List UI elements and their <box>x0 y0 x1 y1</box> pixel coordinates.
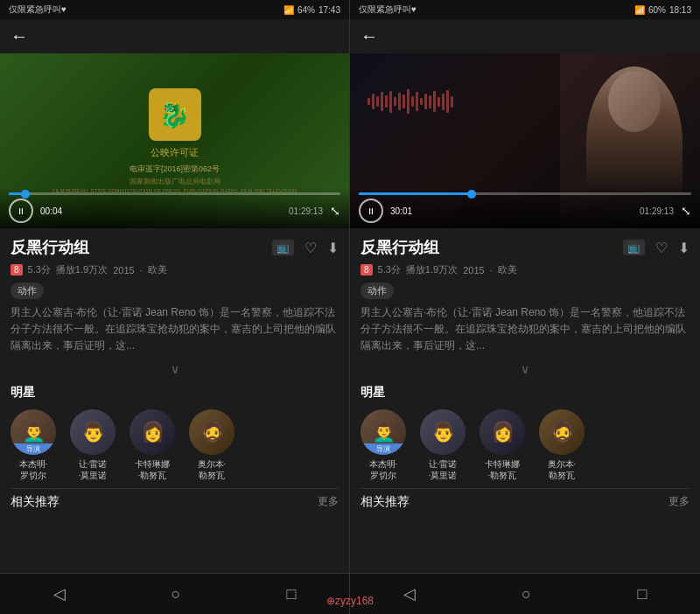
star-name-1: 本杰明·罗切尔 <box>19 458 48 481</box>
home-nav-1[interactable]: ○ <box>154 582 199 607</box>
rating-badge-1: 8 <box>10 264 23 276</box>
wifi-icon-1: 📶 <box>284 5 294 15</box>
back-button-2[interactable]: ← <box>360 26 378 46</box>
star-avatar-4: 🧔 <box>189 409 234 455</box>
cert-number: 电审遥字[2016]密第062号 <box>130 164 220 175</box>
description-2: 男主人公塞吉·布伦（让·雷诺 Jean Reno 饰）是一名警察，他追踪不法分子… <box>360 304 690 355</box>
star-avatar-p2-2: 👨 <box>420 409 466 455</box>
back-nav-2[interactable]: ◁ <box>386 581 433 607</box>
phone-2: 仅限紧急呼叫♥ 📶 60% 18:13 ← <box>350 0 700 614</box>
top-nav-2: ← <box>350 19 700 53</box>
star-item-4[interactable]: 🧔 奥尔本·勒努瓦 <box>189 409 234 481</box>
video-area-2[interactable]: ⏸ 30:01 01:29:13 ⤡ <box>350 53 700 228</box>
heart-button-2[interactable]: ♡ <box>655 240 668 256</box>
star-name-p2-2: 让·雷诺·莫里诺 <box>429 458 458 481</box>
separator-1: · <box>140 265 143 276</box>
meta-row-1: 8 5.3分 播放1.9万次 2015 · 欧美 <box>10 263 339 276</box>
cert-title: 公映许可证 <box>150 146 199 159</box>
recent-nav-1[interactable]: □ <box>270 582 314 607</box>
fullscreen-button-1[interactable]: ⤡ <box>330 204 340 218</box>
meta-row-2: 8 5.3分 播放1.9万次 2015 · 欧美 <box>360 263 690 276</box>
star-item-p2-4[interactable]: 🧔 奥尔本·勒努瓦 <box>539 409 584 481</box>
top-nav-1: ← <box>0 19 349 53</box>
rating-score-1: 5.3分 <box>28 263 51 276</box>
controls-row-2: ⏸ 30:01 01:29:13 ⤡ <box>359 199 691 223</box>
progress-bar-1[interactable] <box>9 192 340 195</box>
star-img-p2-2: 👨 <box>420 409 466 455</box>
region-1: 欧美 <box>148 263 167 276</box>
star-avatar-2: 👨 <box>70 409 116 455</box>
content-area-1: 反黑行动组 📺 ♡ ⬇ 8 5.3分 播放1.9万次 2015 · 欧美 动作 … <box>0 228 349 573</box>
phone-1: 仅限紧急呼叫♥ 📶 64% 17:43 ← 🐉 公映许可证 电审遥字[2016]… <box>0 0 350 614</box>
star-item-p2-3[interactable]: 👩 卡特琳娜·勒努瓦 <box>480 409 525 481</box>
time-total-2: 01:29:13 <box>640 206 674 216</box>
title-row-1: 反黑行动组 📺 ♡ ⬇ <box>10 237 339 258</box>
star-item-1[interactable]: 👨‍🦱 导演 本杰明·罗切尔 <box>10 409 56 481</box>
recent-nav-2[interactable]: □ <box>620 582 664 607</box>
progress-fill-2 <box>359 192 472 195</box>
more-button-1[interactable]: 更多 <box>318 494 339 509</box>
back-button-1[interactable]: ← <box>10 26 28 46</box>
nav-bar-1: ◁ ○ □ <box>0 573 349 614</box>
progress-fill-1 <box>9 192 25 195</box>
related-title-1: 相关推荐 <box>10 494 60 510</box>
progress-bar-2[interactable] <box>359 192 691 195</box>
star-name-2: 让·雷诺·莫里诺 <box>79 458 108 481</box>
nav-bar-2: ◁ ○ □ <box>350 573 700 614</box>
time-total-1: 01:29:13 <box>289 206 323 216</box>
star-img-4: 🧔 <box>189 409 234 455</box>
status-right-1: 📶 64% 17:43 <box>284 5 340 15</box>
year-1: 2015 <box>113 265 134 276</box>
star-item-p2-2[interactable]: 👨 让·雷诺·莫里诺 <box>420 409 466 481</box>
video-controls-1: ⏸ 00:04 01:29:13 ⤡ <box>0 187 349 228</box>
fullscreen-button-2[interactable]: ⤡ <box>681 204 691 218</box>
status-emergency-1: 仅限紧急呼叫♥ <box>9 3 66 16</box>
download-button-2[interactable]: ⬇ <box>678 240 690 256</box>
star-img-p2-4: 🧔 <box>539 409 584 455</box>
pause-button-1[interactable]: ⏸ <box>9 199 33 223</box>
stars-section-title-2: 明星 <box>360 385 690 401</box>
related-header-1: 相关推荐 更多 <box>10 488 339 510</box>
back-nav-1[interactable]: ◁ <box>36 581 83 607</box>
movie-title-1: 反黑行动组 <box>10 237 265 258</box>
more-button-2[interactable]: 更多 <box>668 494 690 509</box>
description-1: 男主人公塞吉·布伦（让·雷诺 Jean Reno 饰）是一名警察，他追踪不法分子… <box>10 304 339 355</box>
star-avatar-p2-4: 🧔 <box>539 409 584 455</box>
action-icons-2: 📺 ♡ ⬇ <box>623 240 690 256</box>
download-button-1[interactable]: ⬇ <box>327 240 339 256</box>
tv-icon-1[interactable]: 📺 <box>272 240 294 255</box>
star-avatar-3: 👩 <box>130 409 175 455</box>
progress-thumb-2 <box>467 190 476 199</box>
time-current-2: 30:01 <box>390 206 633 216</box>
action-icons-1: 📺 ♡ ⬇ <box>272 240 339 256</box>
plays-2: 播放1.9万次 <box>406 263 458 276</box>
heart-button-1[interactable]: ♡ <box>304 240 317 256</box>
star-item-3[interactable]: 👩 卡特琳娜·勒努瓦 <box>130 409 175 481</box>
year-2: 2015 <box>463 265 484 276</box>
star-img-3: 👩 <box>130 409 175 455</box>
star-item-p2-1[interactable]: 👨‍🦱 导演 本杰明·罗切尔 <box>360 409 406 481</box>
tv-icon-2[interactable]: 📺 <box>623 240 645 255</box>
star-name-3: 卡特琳娜·勒努瓦 <box>135 458 170 481</box>
star-avatar-1: 👨‍🦱 导演 <box>10 409 56 455</box>
star-item-2[interactable]: 👨 让·雷诺·莫里诺 <box>70 409 116 481</box>
controls-row-1: ⏸ 00:04 01:29:13 ⤡ <box>9 199 340 223</box>
separator-2: · <box>490 265 493 276</box>
time-1: 17:43 <box>318 5 340 15</box>
star-avatar-p2-1: 👨‍🦱 导演 <box>360 409 406 455</box>
genre-tag-1[interactable]: 动作 <box>10 283 44 299</box>
home-nav-2[interactable]: ○ <box>504 582 549 607</box>
content-area-2: 反黑行动组 📺 ♡ ⬇ 8 5.3分 播放1.9万次 2015 · 欧美 动作 … <box>350 228 700 573</box>
pause-button-2[interactable]: ⏸ <box>359 199 383 223</box>
video-area-1[interactable]: 🐉 公映许可证 电审遥字[2016]密第062号 国家新闻出版广电总局电影局 F… <box>0 53 349 228</box>
progress-thumb-1 <box>21 190 30 199</box>
stars-row-1: 👨‍🦱 导演 本杰明·罗切尔 👨 让·雷诺·莫里诺 👩 卡特琳娜·勒努瓦 <box>10 409 339 481</box>
genre-tag-2[interactable]: 动作 <box>360 283 394 299</box>
rating-score-2: 5.3分 <box>378 263 401 276</box>
time-current-1: 00:04 <box>40 206 282 216</box>
expand-button-1[interactable]: ∨ <box>10 360 339 378</box>
star-name-p2-4: 奥尔本·勒努瓦 <box>548 458 577 481</box>
expand-button-2[interactable]: ∨ <box>360 360 690 378</box>
wifi-icon-2: 📶 <box>634 5 645 15</box>
dragon-logo: 🐉 <box>149 88 201 141</box>
